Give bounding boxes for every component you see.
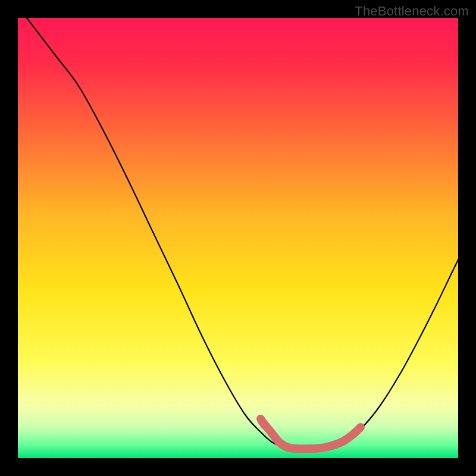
bottleneck-chart: TheBottleneck.com	[0, 0, 476, 476]
chart-svg	[0, 0, 476, 476]
watermark-label: TheBottleneck.com	[355, 4, 469, 19]
gradient-background	[18, 18, 458, 458]
